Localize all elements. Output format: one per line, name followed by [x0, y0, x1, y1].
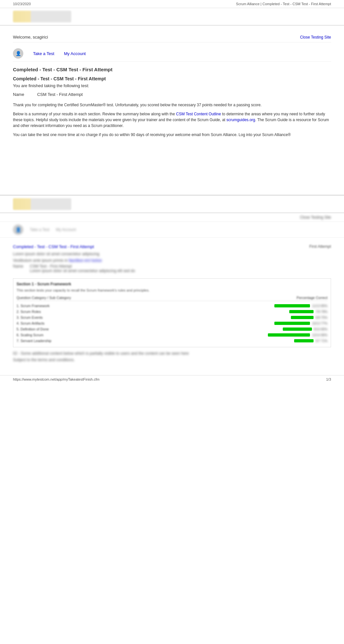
- message-para3: You can take the test one more time at n…: [13, 132, 331, 138]
- nav-avatar: 👤: [13, 48, 23, 59]
- row-label-2: 2. Scrum Roles: [17, 310, 172, 314]
- result-row-1: 1. Scrum Framework 11/13 85%: [17, 303, 327, 309]
- test-name-label: Name: [13, 92, 24, 97]
- footer-bar: https://www.mytestcom.net/app/myTakeates…: [0, 375, 344, 383]
- progress-label-3: 6/8 75%: [315, 316, 327, 319]
- welcome-text: Welcome, scagirici: [13, 35, 48, 40]
- progress-label-5: 8/10 80%: [314, 328, 327, 331]
- score-header: Completed - Test - CSM Test - First Atte…: [13, 244, 331, 249]
- my-account-link[interactable]: My Account: [64, 51, 86, 56]
- spacer1: [0, 149, 344, 188]
- page2-header-bar: Close Testing Site: [0, 213, 344, 222]
- row-bar-area-3: 6/8 75%: [172, 316, 327, 319]
- result-row-5: 5. Definition of Done 8/10 80%: [17, 326, 327, 332]
- test-completed-heading: Completed - Test - CSM Test - First Atte…: [13, 76, 331, 81]
- row-label-7: 7. Servant Leadership: [17, 339, 172, 343]
- result-row-4: 4. Scrum Artifacts 10/13 77%: [17, 320, 327, 326]
- row-label-3: 3. Scrum Events: [17, 316, 172, 319]
- progress-label-4: 10/13 77%: [312, 322, 327, 325]
- row-bar-area-5: 8/10 80%: [172, 328, 327, 331]
- bottom-spacer: [0, 383, 344, 480]
- footer-page: 1/3: [326, 377, 331, 381]
- page2-content: Completed - Test - CSM Test - First Atte…: [0, 238, 344, 369]
- message-para1: Thank you for completing the Certified S…: [13, 102, 331, 108]
- section-box-desc: This section tests your capacity to reca…: [17, 288, 327, 292]
- header-date: 10/23/2020: [13, 2, 31, 6]
- row-bar-area-7: 5/7 71%: [172, 339, 327, 343]
- header-title: Scrum Alliance | Completed - Test - CSM …: [236, 2, 331, 6]
- progress-bar-3: [291, 316, 314, 319]
- row-bar-area-4: 10/13 77%: [172, 322, 327, 325]
- score-section: Completed - Test - CSM Test - First Atte…: [13, 244, 331, 273]
- row-bar-area-1: 11/13 85%: [172, 304, 327, 308]
- progress-label-1: 11/13 85%: [312, 304, 327, 308]
- progress-bar-7: [294, 339, 314, 342]
- row-label-6: 6. Scaling Scrum: [17, 333, 172, 337]
- para2-prefix: Below is a summary of your results in ea…: [13, 112, 176, 116]
- page2-take-test: Take a Test: [30, 227, 49, 232]
- nav-bar: 👤 Take a Test My Account: [13, 46, 331, 62]
- score-title: Completed - Test - CSM Test - First Atte…: [13, 244, 94, 249]
- progress-bar-6: [268, 333, 310, 337]
- progress-bar-2: [289, 310, 314, 313]
- page2-logo: [13, 198, 71, 210]
- row-bar-area-6: 12/14 86%: [172, 333, 327, 337]
- result-row-2: 2. Scrum Roles 7/9 78%: [17, 309, 327, 315]
- test-name-row: Name CSM Test - First Attempt: [13, 92, 331, 97]
- page-title: Completed - Test - CSM Test - First Atte…: [13, 67, 331, 72]
- score-value: First Attempt: [309, 244, 331, 249]
- page2-my-account: My Account: [56, 227, 76, 232]
- progress-label-2: 7/9 78%: [315, 310, 327, 314]
- page2-name-row: Name CSM Test - First AttemptLorem ipsum…: [13, 264, 331, 273]
- progress-label-7: 5/7 71%: [315, 339, 327, 343]
- page-title-section: Completed - Test - CSM Test - First Atte…: [13, 67, 331, 138]
- footer-url: https://www.mytestcom.net/app/myTakeates…: [13, 377, 99, 381]
- scrumguides-link[interactable]: scrumguides.org: [226, 118, 255, 122]
- row-bar-area-2: 7/9 78%: [172, 310, 327, 314]
- row-label-5: 5. Definition of Done: [17, 327, 172, 331]
- page2-nav-bar: 👤 Take a Test My Account: [0, 222, 344, 238]
- page2-nav-avatar: 👤: [13, 224, 23, 235]
- section-box-title: Section 1 - Scrum Framework: [17, 282, 327, 286]
- result-row-7: 7. Servant Leadership 5/7 71%: [17, 338, 327, 344]
- logo-bar: [0, 8, 344, 26]
- progress-bar-1: [274, 304, 310, 307]
- message-para2: Below is a summary of your results in ea…: [13, 111, 331, 129]
- page-2-section: Close Testing Site 👤 Take a Test My Acco…: [0, 195, 344, 383]
- result-row-6: 6. Scaling Scrum 12/14 86%: [17, 332, 327, 338]
- row-label-4: 4. Scrum Artifacts: [17, 321, 172, 325]
- page2-header-text: Close Testing Site: [300, 215, 331, 220]
- result-row-3: 3. Scrum Events 6/8 75%: [17, 315, 327, 320]
- csm-outline-link[interactable]: CSM Test Content Outline: [176, 112, 221, 116]
- section-box: Section 1 - Scrum Framework This section…: [13, 278, 331, 347]
- progress-label-6: 12/14 86%: [312, 333, 327, 337]
- page2-desc1: Lorem ipsum dolor sit amet consectetur a…: [13, 252, 331, 256]
- page-header: 10/23/2020 Scrum Alliance | Completed - …: [0, 0, 344, 8]
- page2-logo-bar: [0, 196, 344, 213]
- close-testing-link[interactable]: Close Testing Site: [300, 35, 331, 40]
- row-label-1: 1. Scrum Framework: [17, 304, 172, 308]
- page2-desc2: Vestibulum ante ipsum primis in faucibus…: [13, 258, 331, 263]
- test-name-value: CSM Test - First Attempt: [37, 92, 83, 97]
- page2-bottom-note2: Subject to the terms and conditions.: [13, 358, 331, 362]
- logo: [13, 11, 71, 22]
- welcome-bar: Welcome, scagirici Close Testing Site: [13, 32, 331, 42]
- section-row-header: Question Category / Sub Category Percent…: [17, 295, 327, 301]
- main-content: Welcome, scagirici Close Testing Site 👤 …: [0, 26, 344, 149]
- progress-bar-5: [283, 328, 312, 331]
- progress-bar-4: [274, 322, 310, 325]
- test-subtitle: You are finished taking the following te…: [13, 83, 331, 88]
- take-a-test-link[interactable]: Take a Test: [33, 51, 54, 56]
- page2-bottom-note1: 02 - Some additional content below which…: [13, 351, 331, 356]
